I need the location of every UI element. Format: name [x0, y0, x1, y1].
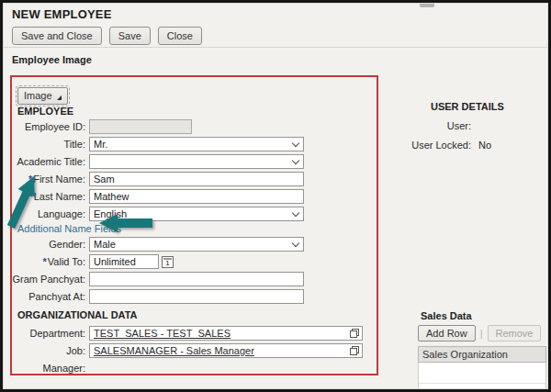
- language-label: Language:: [12, 208, 89, 219]
- chevron-down-icon: [292, 157, 299, 164]
- employee-id-label: Employee ID:: [12, 121, 89, 132]
- valid-to-label: *Valid To:: [12, 256, 89, 267]
- employee-form: Employee ID: Title: Mr. Academic Title: …: [12, 118, 377, 375]
- annotation-highlight-box: Image EMPLOYEE Employee ID: Title: Mr. A…: [10, 75, 378, 375]
- last-name-input[interactable]: [89, 189, 304, 204]
- user-label: User:: [398, 120, 471, 131]
- sales-organization-table-body: [418, 363, 546, 392]
- remove-button: Remove: [488, 325, 542, 342]
- language-row: Language: English: [12, 206, 377, 222]
- sales-organization-column-header: Sales Organization: [418, 346, 546, 363]
- job-value: SALESMANAGER - Sales Manager: [94, 345, 254, 356]
- toolbar-separator: [3, 47, 548, 48]
- additional-name-fields-row: Additional Name Fields: [12, 223, 377, 234]
- chevron-down-icon: [292, 140, 299, 147]
- calendar-day-glyph: 1: [165, 260, 169, 267]
- user-locked-label: User Locked:: [398, 140, 471, 151]
- value-help-icon[interactable]: [350, 329, 359, 338]
- new-employee-window: NEW EMPLOYEE Save and Close Save Close E…: [0, 0, 551, 392]
- image-menu-button[interactable]: Image: [17, 87, 68, 105]
- toolbar-divider: |: [480, 328, 483, 339]
- last-name-row: *Last Name:: [12, 188, 377, 205]
- first-name-row: *First Name:: [12, 171, 377, 187]
- job-row: Job: SALESMANAGER - Sales Manager: [12, 342, 377, 359]
- user-details-panel: USER DETAILS User: User Locked: No: [398, 101, 545, 151]
- chevron-down-icon: [292, 240, 299, 247]
- chevron-down-icon: [292, 209, 299, 217]
- employee-id-row: Employee ID:: [12, 118, 377, 135]
- first-name-label-text: First Name:: [33, 174, 85, 185]
- language-select[interactable]: English: [89, 207, 304, 221]
- required-marker: *: [43, 256, 47, 267]
- title-row: Title: Mr.: [12, 136, 377, 152]
- employee-id-input: [89, 119, 192, 134]
- academic-title-select[interactable]: [89, 154, 304, 169]
- gram-panchyat-row: Gram Panchyat:: [12, 271, 377, 287]
- user-locked-value: No: [478, 140, 491, 151]
- gender-select[interactable]: Male: [89, 237, 304, 252]
- title-select-value: Mr.: [94, 139, 107, 150]
- academic-title-label: Academic Title:: [12, 156, 89, 167]
- title-label: Title:: [12, 139, 89, 150]
- add-row-button[interactable]: Add Row: [418, 325, 476, 342]
- manager-label: Manager:: [12, 363, 89, 374]
- close-button[interactable]: Close: [158, 27, 202, 45]
- department-field[interactable]: TEST_SALES - TEST_SALES: [89, 326, 363, 341]
- value-help-icon[interactable]: [350, 346, 359, 355]
- gender-label: Gender:: [12, 239, 89, 250]
- department-value: TEST_SALES - TEST_SALES: [94, 328, 231, 339]
- department-row: Department: TEST_SALES - TEST_SALES: [12, 325, 377, 342]
- sales-data-panel: Sales Data Add Row | Remove Sales Organi…: [418, 310, 546, 392]
- panchyat-at-input[interactable]: [89, 289, 304, 304]
- gender-row: Gender: Male: [12, 236, 377, 252]
- language-select-value: English: [94, 208, 127, 219]
- toolbar: Save and Close Save Close: [12, 27, 209, 45]
- additional-name-fields-link[interactable]: Additional Name Fields: [17, 223, 121, 234]
- save-button[interactable]: Save: [109, 27, 151, 45]
- image-button-label: Image: [24, 90, 52, 101]
- last-name-label-text: Last Name:: [34, 191, 85, 202]
- user-locked-row: User Locked: No: [398, 140, 545, 151]
- valid-to-input[interactable]: [89, 254, 159, 269]
- menu-corner-triangle-icon: [57, 95, 62, 100]
- required-marker: *: [28, 174, 32, 185]
- required-marker: *: [28, 191, 32, 202]
- last-name-label: *Last Name:: [12, 191, 89, 202]
- page-title: NEW EMPLOYEE: [12, 7, 112, 21]
- gram-panchyat-label: Gram Panchyat:: [12, 274, 89, 285]
- calendar-icon[interactable]: 1: [162, 256, 174, 268]
- employee-section-header: EMPLOYEE: [17, 106, 73, 117]
- organizational-data-header: ORGANIZATIONAL DATA: [12, 309, 377, 321]
- valid-to-label-text: Valid To:: [48, 256, 85, 267]
- job-label: Job:: [12, 345, 89, 356]
- first-name-input[interactable]: [89, 172, 304, 186]
- panchyat-at-row: Panchyat At:: [12, 288, 377, 305]
- valid-to-field: 1: [89, 254, 174, 269]
- first-name-label: *First Name:: [12, 174, 89, 185]
- user-row: User:: [398, 120, 545, 131]
- scrollbar-handle[interactable]: [420, 3, 434, 7]
- title-select[interactable]: Mr.: [89, 137, 304, 151]
- employee-image-section-label: Employee Image: [12, 54, 92, 65]
- user-details-header: USER DETAILS: [431, 101, 545, 112]
- job-field[interactable]: SALESMANAGER - Sales Manager: [89, 343, 363, 358]
- sales-data-header: Sales Data: [421, 310, 546, 321]
- save-and-close-button[interactable]: Save and Close: [12, 27, 102, 45]
- valid-to-row: *Valid To: 1: [12, 253, 377, 270]
- table-row[interactable]: [419, 384, 545, 391]
- sales-data-toolbar: Add Row | Remove: [418, 325, 546, 342]
- panchyat-at-label: Panchyat At:: [12, 291, 89, 302]
- gender-select-value: Male: [94, 239, 116, 250]
- academic-title-row: Academic Title:: [12, 153, 377, 170]
- manager-row: Manager:: [12, 360, 377, 375]
- gram-panchyat-input[interactable]: [89, 272, 304, 286]
- department-label: Department:: [12, 328, 89, 339]
- table-row[interactable]: [419, 363, 545, 384]
